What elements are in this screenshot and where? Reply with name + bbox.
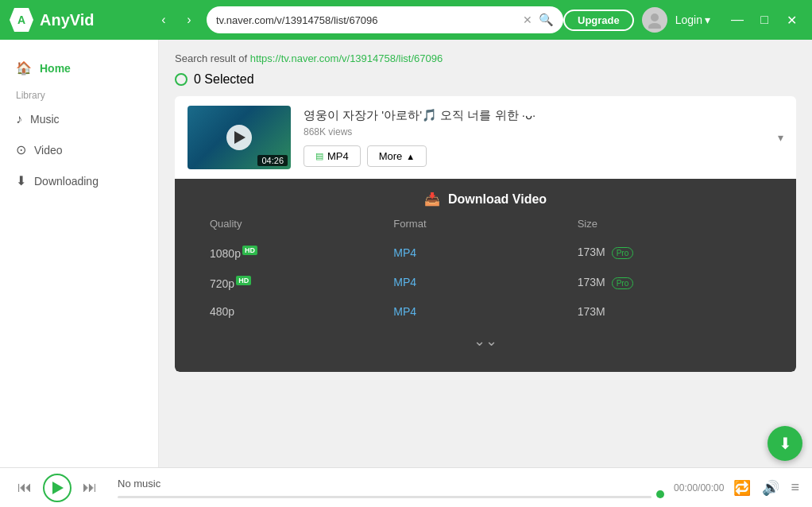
chevron-down-row: ⌄⌄ — [194, 326, 777, 356]
sidebar-downloading-label: Downloading — [34, 175, 99, 188]
bottom-bar: ⏮ ⏭ No music 00:00/00:00 🔁 🔊 ≡ — [0, 467, 812, 507]
format-480p: MP4 — [393, 305, 577, 318]
track-name: No music — [118, 478, 664, 490]
pro-badge-1080p: Pro — [612, 247, 634, 259]
avatar — [642, 7, 667, 33]
fab-download-button[interactable]: ⬇ — [768, 426, 802, 461]
maximize-button[interactable]: □ — [753, 9, 775, 31]
content-area: Search result of https://tv.naver.com/v/… — [159, 40, 812, 467]
nav-arrows: ‹ › — [153, 9, 200, 31]
home-icon: 🏠 — [16, 60, 32, 75]
titlebar-right: Upgrade Login ▾ — □ ✕ — [563, 7, 802, 33]
video-title: 영웅이 자장가 '아로하'🎵 오직 너를 위한 ·ᴗ· — [304, 108, 765, 123]
sidebar-video-label: Video — [34, 144, 63, 157]
mp4-button[interactable]: ▤ MP4 — [304, 145, 361, 167]
search-result-label: Search result of https://tv.naver.com/v/… — [175, 52, 796, 64]
video-header: 04:26 영웅이 자장가 '아로하'🎵 오직 너를 위한 ·ᴗ· 868K v… — [175, 96, 796, 179]
volume-icon[interactable]: 🔊 — [762, 479, 779, 497]
sidebar-item-music[interactable]: ♪ Music — [0, 104, 158, 134]
select-radio[interactable] — [175, 73, 188, 86]
selected-row: 0 Selected — [175, 72, 796, 87]
time-display: 00:00/00:00 — [674, 482, 724, 493]
more-button[interactable]: More ▲ — [367, 145, 427, 167]
music-icon: ♪ — [16, 112, 22, 126]
fab-download-icon: ⬇ — [779, 434, 792, 453]
window-controls: — □ ✕ — [726, 9, 802, 31]
search-result-url[interactable]: https://tv.naver.com/v/13914758/list/670… — [250, 52, 443, 64]
sidebar-item-video[interactable]: ⊙ Video — [0, 134, 158, 165]
quality-1080p: 1080pHD — [210, 246, 393, 260]
titlebar: A AnyVid ‹ › tv.naver.com/v/13914758/lis… — [0, 0, 812, 40]
download-row-720p[interactable]: 720pHD MP4 173MPro — [194, 268, 777, 298]
video-icon: ⊙ — [16, 142, 26, 157]
svg-point-0 — [651, 14, 659, 21]
quality-480p: 480p — [210, 305, 393, 318]
dropdown-icon: ▾ — [705, 14, 710, 26]
nav-forward-button[interactable]: › — [178, 9, 200, 31]
login-button[interactable]: Login ▾ — [675, 14, 710, 26]
mp4-icon: ▤ — [315, 151, 323, 161]
url-bar[interactable]: tv.naver.com/v/13914758/list/67096 ✕ 🔍 — [207, 6, 563, 33]
col-quality: Quality — [210, 218, 393, 230]
url-clear-icon[interactable]: ✕ — [523, 14, 532, 26]
sidebar-item-home[interactable]: 🏠 Home — [0, 52, 158, 83]
video-card: 04:26 영웅이 자장가 '아로하'🎵 오직 너를 위한 ·ᴗ· 868K v… — [175, 96, 796, 372]
video-thumbnail[interactable]: 04:26 — [188, 106, 291, 169]
play-triangle-icon — [234, 131, 246, 144]
progress-bar[interactable] — [118, 496, 652, 498]
video-info: 영웅이 자장가 '아로하'🎵 오직 너를 위한 ·ᴗ· 868K views ▤… — [304, 108, 765, 167]
nav-back-button[interactable]: ‹ — [153, 9, 175, 31]
format-720p: MP4 — [393, 276, 577, 288]
url-text: tv.naver.com/v/13914758/list/67096 — [216, 14, 516, 26]
size-480p: 173M — [578, 305, 761, 318]
media-controls: ⏮ ⏭ — [13, 474, 102, 502]
app-name: AnyVid — [40, 11, 95, 29]
svg-point-1 — [648, 23, 661, 29]
chevron-up-icon: ▲ — [406, 152, 415, 161]
hd-badge-720p: HD — [236, 276, 251, 285]
close-button[interactable]: ✕ — [780, 9, 802, 31]
play-pause-button[interactable] — [43, 474, 72, 502]
logo-area: A AnyVid — [10, 8, 153, 32]
pro-badge-720p: Pro — [612, 277, 634, 289]
download-panel: 📥 Download Video Quality Format Size 108… — [175, 179, 796, 372]
track-info: No music — [111, 478, 664, 498]
hd-badge-1080p: HD — [242, 246, 257, 255]
search-icon[interactable]: 🔍 — [539, 13, 554, 27]
quality-720p: 720pHD — [210, 276, 393, 290]
download-panel-title: Download Video — [448, 192, 547, 207]
download-panel-header: 📥 Download Video — [194, 192, 777, 207]
repeat-icon[interactable]: 🔁 — [733, 479, 751, 497]
col-size: Size — [578, 218, 761, 230]
sidebar-section-library: Library — [0, 83, 158, 104]
main-layout: 🏠 Home Library ♪ Music ⊙ Video ⬇ Downloa… — [0, 40, 812, 467]
progress-dot — [656, 490, 664, 498]
playlist-icon[interactable]: ≡ — [791, 479, 799, 496]
format-1080p: MP4 — [393, 246, 577, 259]
download-icon: ⬇ — [16, 173, 26, 188]
sidebar-music-label: Music — [30, 113, 60, 126]
video-duration: 04:26 — [257, 155, 288, 166]
prev-button[interactable]: ⏮ — [13, 476, 37, 500]
logo-icon: A — [10, 8, 33, 32]
bottom-right-controls: 🔁 🔊 ≡ — [733, 479, 799, 497]
next-button[interactable]: ⏭ — [78, 476, 102, 500]
col-format: Format — [393, 218, 577, 230]
minimize-button[interactable]: — — [726, 9, 748, 31]
sidebar-home-label: Home — [40, 62, 71, 75]
download-row-1080p[interactable]: 1080pHD MP4 173MPro — [194, 238, 777, 268]
size-720p: 173MPro — [578, 276, 761, 289]
play-ctrl-triangle-icon — [52, 482, 64, 494]
sidebar-item-downloading[interactable]: ⬇ Downloading — [0, 165, 158, 196]
chevron-down-icon[interactable]: ⌄⌄ — [474, 332, 497, 350]
download-row-480p[interactable]: 480p MP4 173M — [194, 297, 777, 326]
selected-count: 0 Selected — [194, 72, 254, 87]
avatar-icon — [646, 11, 663, 29]
download-table-header: Quality Format Size — [194, 218, 777, 230]
upgrade-button[interactable]: Upgrade — [563, 10, 634, 31]
play-button-thumb[interactable] — [226, 125, 252, 150]
sidebar: 🏠 Home Library ♪ Music ⊙ Video ⬇ Downloa… — [0, 40, 159, 467]
video-actions: ▤ MP4 More ▲ — [304, 145, 765, 167]
video-views: 868K views — [304, 126, 765, 137]
expand-icon[interactable]: ▾ — [778, 131, 783, 144]
